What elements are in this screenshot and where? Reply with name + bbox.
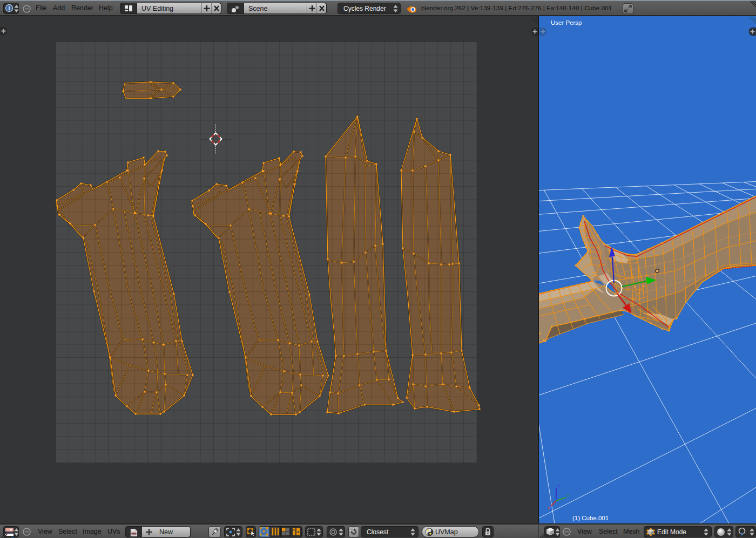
svg-text:z: z	[558, 482, 561, 488]
svg-text:User Persp: User Persp	[551, 19, 582, 26]
svg-text:i: i	[9, 5, 10, 11]
svg-text:y: y	[567, 492, 570, 498]
svg-text:x: x	[548, 505, 550, 510]
svg-text:(1) Cube.001: (1) Cube.001	[572, 515, 609, 521]
